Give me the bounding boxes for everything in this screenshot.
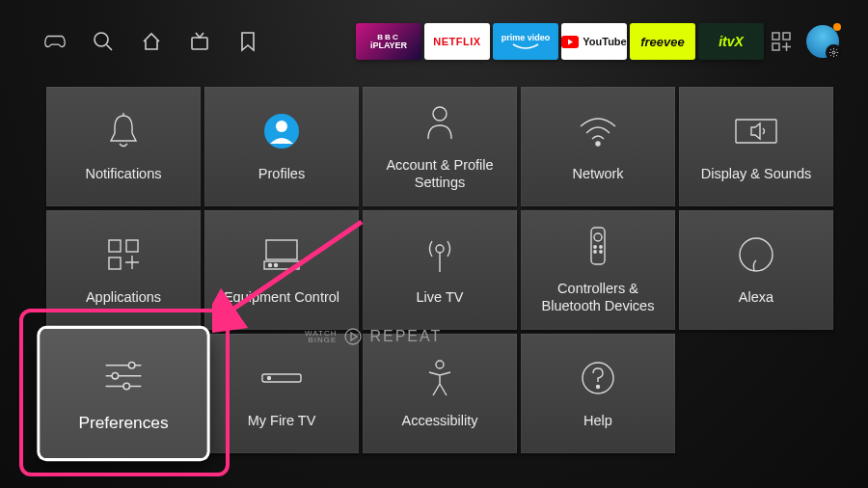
tile-display-sounds[interactable]: Display & Sounds (679, 87, 833, 206)
tile-my-fire-tv[interactable]: My Fire TV (204, 334, 359, 453)
tile-alexa[interactable]: Alexa (679, 210, 833, 330)
wifi-icon (578, 111, 618, 151)
tile-notifications[interactable]: Notifications (46, 87, 201, 206)
app-tiles: BBC iPLAYER NETFLIX prime video YouTube … (356, 23, 839, 60)
app-label: itvX (719, 34, 744, 49)
app-freevee[interactable]: freevee (630, 23, 695, 60)
svg-point-19 (436, 245, 444, 253)
svg-rect-12 (109, 240, 121, 252)
tile-label: Network (564, 165, 631, 182)
tile-label: Preferences (70, 412, 176, 433)
tile-label: Help (576, 412, 620, 429)
remote-icon (589, 226, 607, 266)
app-label: freevee (640, 35, 685, 49)
settings-gear-icon[interactable] (826, 44, 842, 61)
settings-grid-wrap: Notifications Profiles Account & Profile… (0, 69, 868, 453)
svg-point-25 (600, 251, 602, 253)
tile-label: Equipment Control (216, 288, 347, 306)
app-grid-icon[interactable] (767, 23, 796, 60)
tile-applications[interactable]: Applications (46, 210, 201, 330)
nav-icons (44, 31, 258, 52)
apps-grid-icon (106, 234, 141, 275)
tile-label: Profiles (251, 165, 312, 182)
svg-point-28 (112, 372, 118, 378)
fire-tv-device-icon (260, 358, 303, 398)
app-label: NETFLIX (433, 36, 480, 47)
svg-point-18 (275, 263, 278, 266)
svg-rect-15 (266, 240, 297, 259)
settings-grid: Notifications Profiles Account & Profile… (46, 87, 849, 453)
svg-point-8 (276, 121, 287, 132)
svg-rect-1 (192, 38, 207, 49)
app-netflix[interactable]: NETFLIX (424, 23, 490, 60)
app-label: prime video (502, 33, 551, 42)
tile-help[interactable]: Help (521, 334, 675, 453)
svg-point-26 (740, 238, 773, 271)
tile-label: Account & Profile Settings (363, 156, 517, 191)
svg-point-32 (436, 361, 444, 368)
tv-icon[interactable] (189, 31, 210, 52)
profile-avatar[interactable] (806, 25, 839, 58)
tile-label: My Fire TV (240, 412, 324, 429)
svg-point-31 (268, 376, 271, 379)
display-sound-icon (734, 111, 778, 151)
svg-rect-4 (783, 33, 790, 40)
tile-label: Applications (78, 288, 169, 306)
svg-rect-5 (773, 43, 779, 50)
svg-point-27 (128, 363, 134, 368)
accessibility-icon (425, 358, 454, 398)
alexa-icon (738, 234, 774, 275)
svg-point-23 (600, 246, 602, 248)
home-icon[interactable] (141, 31, 162, 52)
svg-point-24 (594, 251, 596, 253)
tile-label: Alexa (731, 288, 781, 306)
tile-label: Notifications (78, 165, 170, 182)
tile-profiles[interactable]: Profiles (204, 87, 359, 206)
tile-network[interactable]: Network (521, 87, 675, 206)
bookmark-icon[interactable] (237, 31, 258, 52)
svg-point-9 (433, 107, 447, 121)
svg-point-34 (597, 385, 600, 388)
sliders-icon (101, 354, 145, 397)
help-icon (581, 358, 615, 398)
top-bar: BBC iPLAYER NETFLIX prime video YouTube … (0, 0, 868, 69)
svg-point-17 (269, 263, 272, 266)
notification-dot-icon (833, 23, 841, 31)
tile-accessibility[interactable]: Accessibility (363, 334, 517, 453)
avatar-icon (263, 111, 300, 151)
app-itvx[interactable]: itvX (698, 23, 764, 60)
svg-rect-11 (736, 120, 776, 143)
person-icon (425, 102, 454, 143)
svg-rect-14 (109, 258, 121, 269)
svg-point-29 (123, 383, 129, 389)
svg-rect-3 (773, 33, 779, 40)
tile-equipment-control[interactable]: Equipment Control (204, 210, 359, 330)
app-youtube[interactable]: YouTube (561, 23, 627, 60)
bell-icon (107, 111, 140, 151)
svg-point-21 (594, 233, 602, 241)
tile-controllers-bluetooth[interactable]: Controllers & Bluetooth Devices (521, 210, 675, 330)
tile-label: Live TV (409, 288, 472, 306)
app-label: YouTube (583, 36, 626, 47)
svg-point-6 (832, 51, 835, 54)
svg-point-22 (594, 246, 596, 248)
search-icon[interactable] (93, 31, 114, 52)
controller-icon[interactable] (44, 31, 66, 52)
equipment-icon (262, 234, 301, 275)
svg-point-0 (95, 33, 108, 46)
app-label: iPLAYER (370, 41, 407, 50)
app-prime-video[interactable]: prime video (493, 23, 558, 60)
youtube-icon (561, 36, 579, 48)
tile-account-profile-settings[interactable]: Account & Profile Settings (363, 87, 517, 206)
tile-label: Display & Sounds (693, 165, 819, 182)
tile-label: Accessibility (394, 412, 486, 429)
app-bbc-iplayer[interactable]: BBC iPLAYER (356, 23, 421, 60)
antenna-icon (425, 234, 454, 275)
svg-rect-13 (126, 240, 138, 252)
tile-label: Controllers & Bluetooth Devices (521, 280, 675, 314)
tile-live-tv[interactable]: Live TV (363, 210, 517, 330)
tile-preferences[interactable]: Preferences (41, 329, 207, 458)
svg-point-10 (596, 142, 600, 146)
